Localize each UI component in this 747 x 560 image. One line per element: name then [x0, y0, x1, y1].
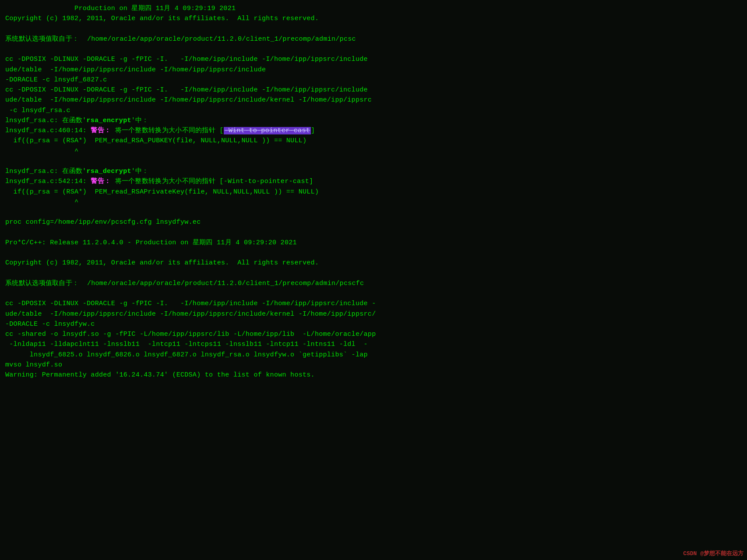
terminal-content: Production on 星期四 11月 4 09:29:19 2021Cop… [5, 4, 742, 380]
terminal-text: ] [311, 127, 315, 134]
warning-text: 警告： [91, 127, 111, 134]
terminal-text: lnsydf_rsa.c:542:14: [5, 178, 91, 185]
terminal-line: ^ [5, 197, 742, 207]
terminal-line [5, 248, 742, 258]
terminal-line: -DORACLE -c lnsydfyw.c [5, 319, 742, 329]
terminal-line: Copyright (c) 1982, 2011, Oracle and/or … [5, 258, 742, 268]
terminal-line [5, 44, 742, 54]
terminal-line [5, 228, 742, 238]
terminal-line: if((p_rsa = (RSA*) PEM_read_RSA_PUBKEY(f… [5, 136, 742, 146]
terminal-text: mvso lnsydf.so [5, 361, 62, 369]
terminal-line: 系统默认选项值取自于： /home/oracle/app/oracle/prod… [5, 278, 742, 289]
terminal-text: '中： [131, 117, 149, 124]
terminal-window: Production on 星期四 11月 4 09:29:19 2021Cop… [0, 0, 747, 560]
terminal-line: ude/table -I/home/ipp/ippsrc/include -I/… [5, 65, 742, 75]
terminal-line: if((p_rsa = (RSA*) PEM_read_RSAPrivateKe… [5, 187, 742, 197]
terminal-text: Copyright (c) 1982, 2011, Oracle and/or … [5, 259, 319, 267]
terminal-text: ^ [5, 148, 78, 155]
terminal-text: ude/table -I/home/ipp/ippsrc/include -I/… [5, 66, 368, 74]
terminal-text: proc config=/home/ipp/env/pcscfg.cfg lns… [5, 218, 201, 226]
terminal-text: 将一个整数转换为大小不同的指针 [-Wint-to-pointer-cast] [111, 178, 313, 185]
terminal-line [5, 24, 742, 34]
terminal-text: lnsydf_rsa.c: 在函数' [5, 117, 86, 124]
terminal-line [5, 207, 742, 217]
terminal-text: cc -DPOSIX -DLINUX -DORACLE -g -fPIC -I.… [5, 86, 368, 94]
terminal-text: -DORACLE -c lnsydfyw.c [5, 321, 95, 328]
terminal-line: lnsydf_rsa.c:542:14: 警告： 将一个整数转换为大小不同的指针… [5, 176, 742, 187]
terminal-line: Pro*C/C++: Release 11.2.0.4.0 - Producti… [5, 238, 742, 248]
terminal-text: Warning: Permanently added '16.24.43.74'… [5, 371, 315, 379]
terminal-text: Pro*C/C++: Release 11.2.0.4.0 - Producti… [5, 239, 297, 247]
terminal-text: 系统默认选项值取自于： /home/oracle/app/oracle/prod… [5, 35, 356, 43]
terminal-text: cc -DPOSIX -DLINUX -DORACLE -g -fPIC -I.… [5, 56, 368, 63]
terminal-text: -c lnsydf_rsa.c [5, 107, 70, 114]
highlighted-text: -Wint-to-pointer-cast [224, 127, 311, 134]
terminal-line: -DORACLE -c lnsydf_6827.c [5, 75, 742, 85]
terminal-line: cc -DPOSIX -DLINUX -DORACLE -g -fPIC -I.… [5, 54, 742, 64]
terminal-line: ude/table -I/home/ipp/ippsrc/include -I/… [5, 309, 742, 319]
terminal-text [5, 290, 9, 297]
terminal-line: ude/table -I/home/ipp/ippsrc/include -I/… [5, 95, 742, 105]
terminal-text [5, 25, 9, 33]
terminal-line: Warning: Permanently added '16.24.43.74'… [5, 370, 742, 380]
terminal-text: lnsydf_rsa.c: 在函数' [5, 168, 86, 175]
terminal-line: proc config=/home/ipp/env/pcscfg.cfg lns… [5, 217, 742, 227]
terminal-text: if((p_rsa = (RSA*) PEM_read_RSA_PUBKEY(f… [5, 137, 307, 144]
terminal-line [5, 156, 742, 166]
terminal-line: lnsydf_6825.o lnsydf_6826.o lnsydf_6827.… [5, 350, 742, 360]
terminal-line: mvso lnsydf.so [5, 360, 742, 370]
terminal-text: ude/table -I/home/ipp/ippsrc/include -I/… [5, 96, 372, 104]
terminal-text: -lnldap11 -lldapclnt11 -lnsslb11 -lntcp1… [5, 341, 368, 348]
terminal-line [5, 268, 742, 278]
terminal-text: ude/table -I/home/ipp/ippsrc/include -I/… [5, 310, 376, 318]
terminal-line: 系统默认选项值取自于： /home/oracle/app/oracle/prod… [5, 34, 742, 44]
terminal-text [5, 46, 9, 53]
terminal-line: lnsydf_rsa.c: 在函数'rsa_decrypt'中： [5, 166, 742, 176]
terminal-line: ^ [5, 146, 742, 156]
terminal-line: Copyright (c) 1982, 2011, Oracle and/or … [5, 14, 742, 24]
terminal-text [5, 249, 9, 257]
terminal-line: -c lnsydf_rsa.c [5, 106, 742, 116]
terminal-text [5, 270, 9, 277]
terminal-text [5, 229, 9, 236]
terminal-text [5, 208, 9, 216]
terminal-line: lnsydf_rsa.c:460:14: 警告： 将一个整数转换为大小不同的指针… [5, 126, 742, 136]
warning-text: 警告： [91, 178, 111, 185]
terminal-text: lnsydf_6825.o lnsydf_6826.o lnsydf_6827.… [5, 351, 368, 359]
terminal-text: 将一个整数转换为大小不同的指针 [ [111, 127, 223, 134]
terminal-line: cc -shared -o lnsydf.so -g -fPIC -L/home… [5, 329, 742, 339]
terminal-line: cc -DPOSIX -DLINUX -DORACLE -g -fPIC -I.… [5, 299, 742, 309]
function-name: rsa_encrypt [86, 117, 131, 124]
terminal-text: '中： [131, 168, 149, 175]
terminal-line: lnsydf_rsa.c: 在函数'rsa_encrypt'中： [5, 116, 742, 126]
watermark: CSDN @梦想不能在远方 [683, 549, 743, 557]
terminal-text: Production on 星期四 11月 4 09:29:19 2021 [5, 5, 236, 12]
terminal-line: cc -DPOSIX -DLINUX -DORACLE -g -fPIC -I.… [5, 85, 742, 95]
terminal-text [5, 158, 9, 165]
terminal-text: cc -shared -o lnsydf.so -g -fPIC -L/home… [5, 331, 376, 338]
function-name: rsa_decrypt [86, 168, 131, 175]
terminal-line [5, 289, 742, 299]
terminal-text: if((p_rsa = (RSA*) PEM_read_RSAPrivateKe… [5, 188, 319, 196]
terminal-text: Copyright (c) 1982, 2011, Oracle and/or … [5, 15, 319, 22]
terminal-text: -DORACLE -c lnsydf_6827.c [5, 76, 107, 84]
terminal-line: -lnldap11 -lldapclnt11 -lnsslb11 -lntcp1… [5, 339, 742, 349]
terminal-line: Production on 星期四 11月 4 09:29:19 2021 [5, 4, 742, 14]
terminal-text: 系统默认选项值取自于： /home/oracle/app/oracle/prod… [5, 280, 364, 287]
terminal-text: ^ [5, 198, 78, 206]
terminal-text: cc -DPOSIX -DLINUX -DORACLE -g -fPIC -I.… [5, 300, 376, 307]
terminal-text: lnsydf_rsa.c:460:14: [5, 127, 91, 134]
